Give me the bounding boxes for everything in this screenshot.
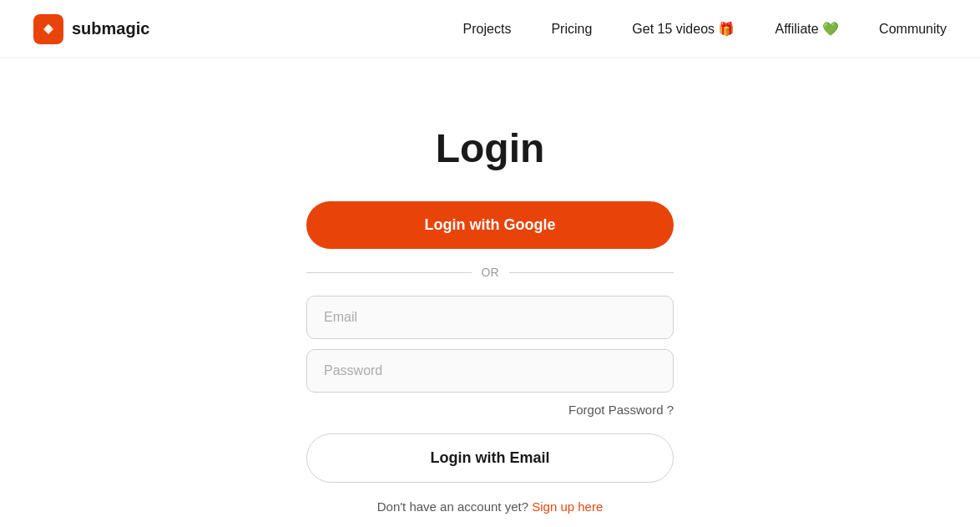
- login-container: Login with Google OR Forgot Password ? L…: [306, 201, 674, 514]
- nav-item-affiliate[interactable]: Affiliate 💚: [775, 21, 839, 37]
- or-divider: OR: [306, 266, 674, 279]
- logo-text: submagic: [72, 19, 149, 38]
- email-input[interactable]: [306, 296, 674, 339]
- nav: Projects Pricing Get 15 videos 🎁 Affilia…: [463, 21, 947, 37]
- or-text: OR: [482, 266, 499, 279]
- or-line-right: [509, 272, 674, 273]
- password-input[interactable]: [306, 349, 674, 393]
- login-email-button[interactable]: Login with Email: [306, 433, 674, 483]
- nav-item-get15videos[interactable]: Get 15 videos 🎁: [632, 21, 735, 37]
- nav-item-pricing[interactable]: Pricing: [551, 22, 592, 37]
- logo-icon: [33, 14, 63, 44]
- forgot-password-link[interactable]: Forgot Password ?: [568, 403, 674, 417]
- signup-row: Don't have an account yet? Sign up here: [306, 499, 674, 514]
- nav-item-community[interactable]: Community: [879, 22, 947, 37]
- signup-prompt-text: Don't have an account yet?: [377, 499, 528, 514]
- page-title: Login: [436, 125, 545, 171]
- header: submagic Projects Pricing Get 15 videos …: [0, 0, 980, 58]
- nav-item-projects[interactable]: Projects: [463, 22, 512, 37]
- login-google-button[interactable]: Login with Google: [306, 201, 674, 249]
- logo-area[interactable]: submagic: [33, 14, 149, 44]
- forgot-password-row: Forgot Password ?: [306, 403, 674, 417]
- main-content: Login Login with Google OR Forgot Passwo…: [0, 58, 980, 514]
- signup-link[interactable]: Sign up here: [532, 499, 603, 514]
- or-line-left: [306, 272, 472, 273]
